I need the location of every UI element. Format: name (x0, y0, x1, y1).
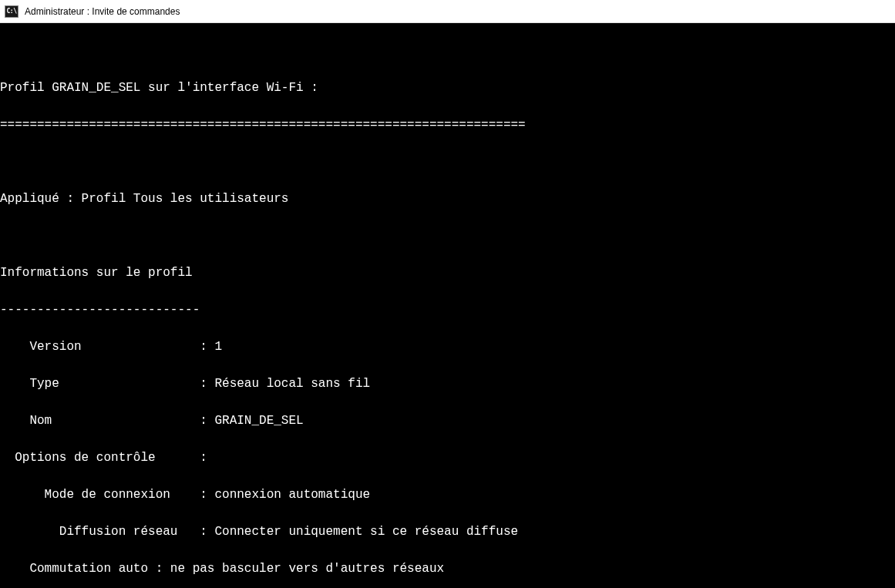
cmd-icon: C:\ (5, 5, 19, 18)
blank-line (0, 227, 895, 245)
terminal-output[interactable]: Profil GRAIN_DE_SEL sur l'interface Wi-F… (0, 23, 895, 588)
section-divider: --------------------------- (0, 301, 895, 319)
row-autoswitch: Commutation auto : ne pas basculer vers … (0, 559, 895, 578)
applied-line: Appliqué : Profil Tous les utilisateurs (0, 190, 895, 208)
section-title-profile: Informations sur le profil (0, 264, 895, 282)
titlebar[interactable]: C:\ Administrateur : Invite de commandes (0, 0, 895, 23)
row-control-options: Options de contrôle : (0, 449, 895, 467)
blank-line (0, 153, 895, 171)
row-broadcast: Diffusion réseau : Connecter uniquement … (0, 522, 895, 541)
terminal-content: Profil GRAIN_DE_SEL sur l'interface Wi-F… (0, 23, 895, 588)
row-connection-mode: Mode de connexion : connexion automatiqu… (0, 486, 895, 504)
command-prompt-window: C:\ Administrateur : Invite de commandes… (0, 0, 895, 588)
divider-line: ========================================… (0, 116, 895, 134)
row-version: Version : 1 (0, 338, 895, 356)
window-title: Administrateur : Invite de commandes (25, 6, 180, 17)
blank-line (0, 42, 895, 60)
row-type: Type : Réseau local sans fil (0, 375, 895, 393)
row-name: Nom : GRAIN_DE_SEL (0, 412, 895, 430)
profile-header: Profil GRAIN_DE_SEL sur l'interface Wi-F… (0, 79, 895, 97)
